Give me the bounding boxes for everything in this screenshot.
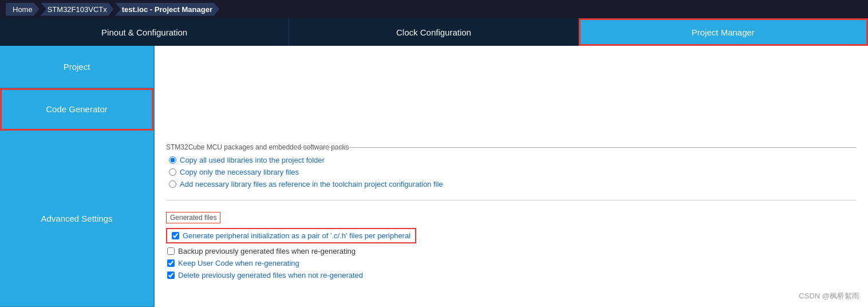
- checkbox-delete-previously-input[interactable]: [167, 271, 175, 279]
- checkbox-generate-peripheral-input[interactable]: [172, 232, 179, 239]
- tab-bar: Pinout & Configuration Clock Configurati…: [0, 18, 868, 46]
- radio-copy-necessary-input[interactable]: [169, 168, 176, 176]
- breadcrumb-bar: Home STM32F103VCTx test.ioc - Project Ma…: [0, 0, 868, 18]
- checkbox-generate-peripheral-label: Generate peripheral initialization as a …: [183, 231, 411, 240]
- tab-pinout[interactable]: Pinout & Configuration: [0, 18, 289, 46]
- checkbox-keep-user-code[interactable]: Keep User Code when re-generating: [167, 259, 857, 267]
- watermark: CSDN @枫桥絮雨: [799, 291, 859, 301]
- checkbox-keep-user-code-label: Keep User Code when re-generating: [178, 259, 299, 267]
- breadcrumb-home[interactable]: Home: [6, 3, 40, 16]
- radio-add-reference-label: Add necessary library files as reference…: [180, 180, 443, 188]
- radio-group-libraries: Copy all used libraries into the project…: [169, 156, 857, 188]
- sidebar-item-project[interactable]: Project: [0, 46, 153, 88]
- sidebar-item-advanced-settings[interactable]: Advanced Settings: [0, 131, 153, 307]
- checkbox-delete-previously[interactable]: Delete previously generated files when n…: [167, 271, 857, 280]
- checkbox-backup-input[interactable]: [167, 247, 175, 255]
- radio-copy-necessary-label: Copy only the necessary library files: [180, 168, 299, 176]
- divider: [166, 200, 857, 200]
- content-panel: STM32Cube MCU packages and embedded soft…: [155, 46, 868, 307]
- generated-files-section: Generated files Generate peripheral init…: [155, 206, 868, 289]
- tab-project-manager[interactable]: Project Manager: [579, 18, 868, 46]
- radio-add-reference-input[interactable]: [169, 180, 176, 188]
- generated-files-label: Generated files: [166, 212, 220, 223]
- checkbox-delete-previously-label: Delete previously generated files when n…: [178, 271, 363, 280]
- content-top-space: [155, 46, 868, 137]
- checkbox-keep-user-code-input[interactable]: [167, 259, 175, 267]
- radio-copy-all-label: Copy all used libraries into the project…: [180, 156, 325, 164]
- breadcrumb-mcu[interactable]: STM32F103VCTx: [41, 3, 114, 16]
- radio-copy-necessary[interactable]: Copy only the necessary library files: [169, 168, 857, 176]
- breadcrumb-project[interactable]: test.ioc - Project Manager: [115, 3, 219, 16]
- checkbox-generate-peripheral[interactable]: Generate peripheral initialization as a …: [166, 228, 416, 243]
- stm32cube-section-label: STM32Cube MCU packages and embedded soft…: [166, 143, 857, 151]
- tab-clock[interactable]: Clock Configuration: [289, 18, 578, 46]
- main-content: Project Code Generator Advanced Settings…: [0, 46, 868, 307]
- sidebar: Project Code Generator Advanced Settings: [0, 46, 155, 307]
- checkbox-backup[interactable]: Backup previously generated files when r…: [167, 247, 857, 255]
- stm32cube-section: STM32Cube MCU packages and embedded soft…: [155, 137, 868, 194]
- checkbox-backup-label: Backup previously generated files when r…: [178, 247, 356, 255]
- radio-add-reference[interactable]: Add necessary library files as reference…: [169, 180, 857, 188]
- radio-copy-all-input[interactable]: [169, 156, 176, 164]
- sidebar-item-code-generator[interactable]: Code Generator: [0, 88, 153, 131]
- radio-copy-all[interactable]: Copy all used libraries into the project…: [169, 156, 857, 164]
